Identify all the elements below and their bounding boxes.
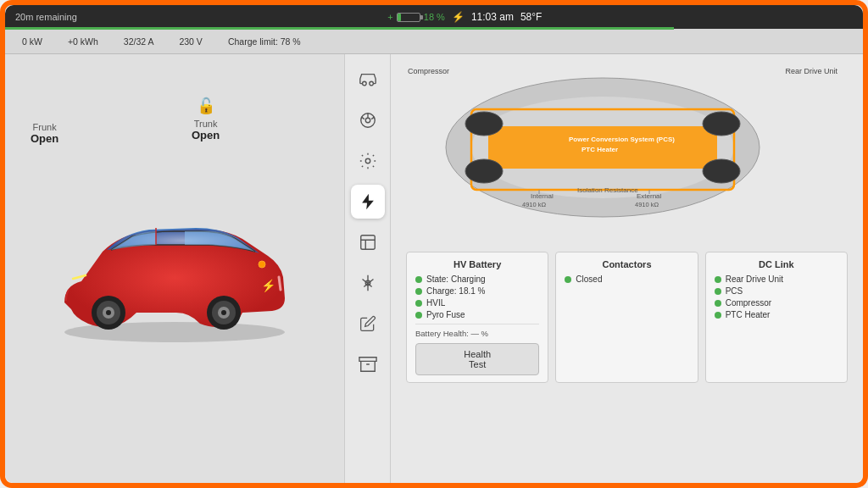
pyro-fuse-text: Pyro Fuse bbox=[426, 310, 465, 319]
frunk-status: Frunk Open bbox=[31, 122, 58, 145]
dc-link-dot-1 bbox=[715, 288, 721, 295]
left-panel: 🔓 Trunk Open Frunk Open bbox=[5, 54, 344, 483]
charge-voltage: 230 V bbox=[179, 36, 202, 47]
svg-point-4 bbox=[106, 310, 111, 315]
dc-link-card: DC Link Rear Drive Unit PCS Compressor bbox=[705, 252, 848, 383]
svg-text:PTC Heater: PTC Heater bbox=[581, 146, 618, 153]
remaining-time: 20m remaining bbox=[15, 12, 77, 22]
svg-point-22 bbox=[465, 112, 503, 136]
svg-text:Power Conversion System (PCS): Power Conversion System (PCS) bbox=[569, 136, 675, 143]
nav-storage[interactable] bbox=[351, 347, 385, 381]
lock-icon: 🔓 bbox=[197, 97, 215, 115]
battery-percent: 18 % bbox=[424, 12, 445, 22]
pyro-fuse-dot bbox=[415, 312, 422, 319]
side-nav bbox=[344, 54, 391, 483]
contactors-title: Contactors bbox=[565, 259, 688, 269]
card-divider bbox=[415, 324, 539, 324]
svg-point-9 bbox=[259, 261, 265, 268]
temp-display: 58°F bbox=[520, 11, 542, 23]
hvil-text: HVIL bbox=[426, 298, 445, 308]
battery-indicator: + 18 % bbox=[387, 12, 445, 22]
charging-icon-top: ⚡ bbox=[452, 11, 465, 23]
battery-state-row: State: Charging bbox=[415, 274, 539, 284]
contactors-dot bbox=[565, 276, 571, 283]
nav-steering[interactable] bbox=[351, 103, 385, 137]
car-svg: ⚡ bbox=[39, 192, 310, 345]
svg-text:⚡: ⚡ bbox=[261, 279, 276, 293]
hv-battery-card: HV Battery State: Charging Charge: 18.1 … bbox=[406, 252, 548, 383]
svg-rect-16 bbox=[360, 236, 375, 250]
svg-text:Internal: Internal bbox=[531, 192, 554, 200]
svg-point-15 bbox=[365, 158, 370, 164]
diagram-svg: Power Conversion System (PCS) PTC Heater… bbox=[399, 63, 806, 232]
health-test-button[interactable]: HealthTest bbox=[415, 343, 539, 375]
battery-state-text: State: Charging bbox=[426, 274, 486, 284]
charge-info-bar: 0 kW +0 kWh 32/32 A 230 V Charge limit: … bbox=[5, 29, 863, 54]
dc-link-text-2: Compressor bbox=[726, 298, 771, 308]
nav-charging[interactable] bbox=[351, 185, 385, 219]
nav-frame[interactable] bbox=[351, 225, 385, 259]
svg-point-25 bbox=[703, 159, 740, 183]
svg-point-12 bbox=[369, 81, 373, 86]
car-image: ⚡ bbox=[39, 192, 310, 345]
svg-text:4910 kΩ: 4910 kΩ bbox=[635, 201, 659, 208]
battery-charge-row: Charge: 18.1 % bbox=[415, 286, 539, 296]
battery-charge-text: Charge: 18.1 % bbox=[426, 286, 486, 296]
battery-fill bbox=[398, 14, 402, 21]
dc-link-dot-0 bbox=[715, 276, 721, 283]
svg-text:Isolation Resistance: Isolation Resistance bbox=[577, 186, 638, 194]
dc-link-row-1: PCS bbox=[715, 286, 838, 296]
time-display: 11:03 am bbox=[471, 11, 514, 23]
battery-state-dot bbox=[415, 276, 422, 283]
charge-kwh: +0 kWh bbox=[68, 36, 98, 47]
dc-link-dot-2 bbox=[715, 300, 721, 307]
contactors-card: Contactors Closed bbox=[555, 252, 698, 383]
svg-point-14 bbox=[365, 118, 370, 123]
dc-link-dot-3 bbox=[715, 312, 721, 319]
dc-link-text-0: Rear Drive Unit bbox=[726, 274, 783, 284]
frunk-label-text: Frunk bbox=[31, 122, 58, 132]
main-content: 🔓 Trunk Open Frunk Open bbox=[5, 54, 863, 483]
trunk-label-text: Trunk bbox=[194, 119, 218, 129]
svg-text:4910 kΩ: 4910 kΩ bbox=[522, 201, 547, 208]
contactors-status-text: Closed bbox=[576, 274, 602, 284]
charge-progress-bar bbox=[5, 27, 674, 30]
trunk-status: 🔓 Trunk Open bbox=[192, 97, 220, 141]
dc-link-title: DC Link bbox=[715, 259, 838, 269]
charge-kw: 0 kW bbox=[22, 36, 42, 47]
nav-edit[interactable] bbox=[351, 307, 385, 341]
info-cards: HV Battery State: Charging Charge: 18.1 … bbox=[399, 245, 854, 390]
right-panel: Rear Drive Unit Compressor bbox=[391, 54, 863, 483]
car-diagram-area: Rear Drive Unit Compressor bbox=[399, 63, 854, 245]
dc-link-text-3: PTC Heater bbox=[726, 310, 771, 319]
charge-plus-icon: + bbox=[387, 12, 392, 22]
hvil-row: HVIL bbox=[415, 298, 539, 308]
dc-link-row-2: Compressor bbox=[715, 298, 838, 308]
nav-climate[interactable] bbox=[351, 266, 385, 300]
dc-link-text-1: PCS bbox=[726, 286, 743, 296]
hv-battery-title: HV Battery bbox=[415, 259, 539, 269]
battery-charge-dot bbox=[415, 288, 422, 295]
battery-bar bbox=[397, 13, 420, 22]
svg-point-11 bbox=[362, 81, 366, 86]
status-bar: 20m remaining + 18 % ⚡ 11:03 am 58°F bbox=[5, 5, 863, 29]
battery-health-text: Battery Health: — % bbox=[415, 329, 539, 338]
status-center: + 18 % ⚡ 11:03 am 58°F bbox=[387, 11, 542, 23]
charge-limit: Charge limit: 78 % bbox=[228, 36, 301, 47]
svg-point-8 bbox=[221, 310, 226, 315]
nav-car[interactable] bbox=[351, 63, 385, 97]
svg-point-23 bbox=[703, 112, 740, 136]
charge-amperage: 32/32 A bbox=[124, 36, 154, 47]
main-frame: 20m remaining + 18 % ⚡ 11:03 am 58°F 0 k… bbox=[5, 5, 863, 483]
trunk-status-text: Open bbox=[192, 129, 220, 141]
pyro-fuse-row: Pyro Fuse bbox=[415, 310, 539, 319]
frunk-status-text: Open bbox=[31, 132, 58, 145]
dc-link-row-0: Rear Drive Unit bbox=[715, 274, 838, 284]
svg-point-24 bbox=[465, 159, 503, 183]
hvil-dot bbox=[415, 300, 422, 307]
nav-settings[interactable] bbox=[351, 144, 385, 178]
dc-link-row-3: PTC Heater bbox=[715, 310, 838, 319]
contactors-closed-row: Closed bbox=[565, 274, 688, 284]
